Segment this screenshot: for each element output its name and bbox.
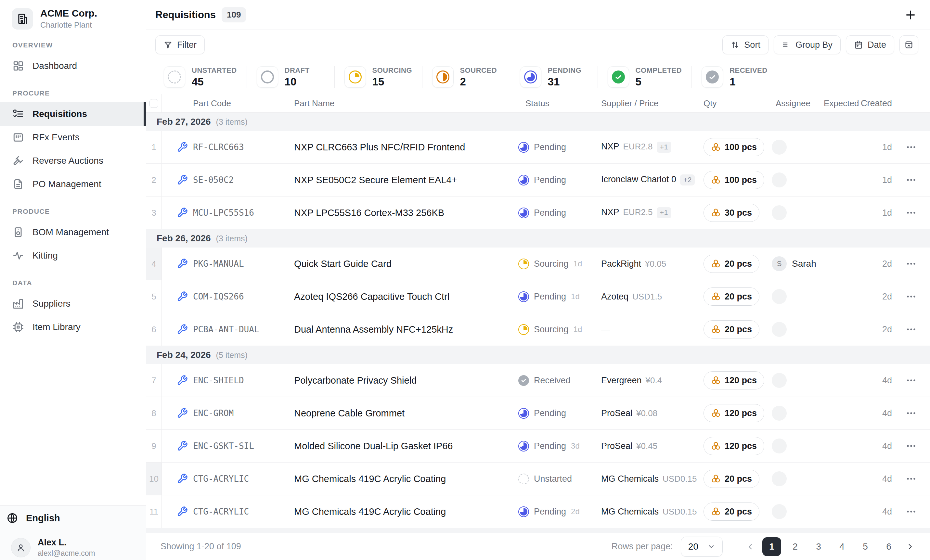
row-menu-button[interactable] (892, 207, 930, 218)
add-requisition-button[interactable] (904, 8, 917, 22)
group-by-button[interactable]: Group By (774, 35, 841, 54)
units-icon (711, 474, 721, 484)
sidebar-item-dashboard[interactable]: Dashboard (0, 54, 146, 78)
prev-page-button[interactable] (744, 537, 758, 556)
sidebar-item-suppliers[interactable]: Suppliers (0, 292, 146, 315)
summary-sourcing-icon-box (345, 66, 366, 88)
select-all-checkbox[interactable] (149, 99, 158, 108)
row-menu-button[interactable] (892, 473, 930, 484)
created-cell: 4d (858, 507, 892, 517)
user-menu[interactable]: Alex L. alexl@acme.com (11, 538, 139, 558)
summary-sourced[interactable]: SOURCED 2 (432, 66, 510, 88)
table-row[interactable]: 3 MCU-LPC55S16 NXP LPC55S16 Cortex-M33 2… (146, 197, 930, 229)
sidebar-item-po-management[interactable]: PO Management (0, 172, 146, 196)
language-selector[interactable]: English (6, 511, 139, 525)
status-age: 1d (574, 259, 582, 268)
globe-icon (6, 512, 18, 524)
summary-sourcing[interactable]: SOURCING 15 (345, 66, 422, 88)
view-options-button[interactable] (899, 35, 918, 54)
row-menu-button[interactable] (892, 174, 930, 186)
table-row[interactable]: 7 ENC-SHIELD Polycarbonate Privacy Shiel… (146, 364, 930, 397)
sidebar-item-kitting[interactable]: Kitting (0, 244, 146, 267)
filter-button[interactable]: Filter (156, 35, 205, 54)
status-label: Sourcing (534, 259, 569, 269)
row-menu-button[interactable] (892, 291, 930, 302)
row-menu-button[interactable] (892, 142, 930, 153)
part-name: NXP CLRC663 Plus NFC/RFID Frontend (294, 142, 465, 152)
summary-unstarted[interactable]: UNSTARTED 45 (164, 66, 247, 88)
table-row[interactable]: 1 RF-CLRC663 NXP CLRC663 Plus NFC/RFID F… (146, 131, 930, 164)
sidebar-item-requisitions[interactable]: Requisitions (0, 102, 146, 126)
rows-per-page-select[interactable]: 20 (681, 537, 723, 557)
wrench-icon (177, 506, 188, 517)
row-number: 2 (146, 164, 162, 196)
summary-draft[interactable]: DRAFT 10 (257, 66, 335, 88)
table-row[interactable]: 2 SE-050C2 NXP SE050C2 Secure Element EA… (146, 164, 930, 197)
units-icon (711, 142, 721, 152)
part-name: MG Chemicals 419C Acrylic Coating (294, 506, 446, 517)
qty-value: 120 pcs (725, 375, 757, 386)
chevron-down-icon (707, 543, 715, 551)
group-count: (5 items) (216, 351, 248, 360)
part-name: NXP SE050C2 Secure Element EAL4+ (294, 175, 457, 185)
row-menu-button[interactable] (892, 375, 930, 386)
page-button-4[interactable]: 4 (833, 537, 851, 556)
wrench-icon (177, 324, 188, 335)
part-code: PCBA-ANT-DUAL (193, 325, 259, 334)
page-button-6[interactable]: 6 (879, 537, 898, 556)
row-menu-button[interactable] (892, 408, 930, 419)
sidebar-item-label: PO Management (32, 179, 102, 189)
row-menu-button[interactable] (892, 440, 930, 451)
table-row[interactable]: 11 CTG-ACRYLIC MG Chemicals 419C Acrylic… (146, 495, 930, 528)
summary-value: 15 (373, 76, 413, 88)
count-badge: 109 (222, 7, 246, 22)
part-code: RF-CLRC663 (193, 142, 244, 152)
units-icon (711, 408, 721, 418)
row-number: 3 (146, 197, 162, 229)
next-page-button[interactable] (903, 537, 917, 556)
status-sourcing-icon (518, 258, 529, 269)
created-cell: 1d (858, 142, 892, 152)
user-email: alexl@acme.com (38, 549, 95, 558)
row-number: 7 (146, 364, 162, 397)
status-sourced-icon (436, 71, 450, 83)
row-menu-button[interactable] (892, 258, 930, 269)
summary-draft-icon-box (257, 66, 278, 88)
sidebar-item-item-library[interactable]: Item Library (0, 315, 146, 339)
qty-pill: 20 pcs (704, 255, 759, 273)
part-name: Polycarbonate Privacy Shield (294, 375, 417, 386)
table-row[interactable]: 9 ENC-GSKT-SIL Molded Silicone Dual-Lip … (146, 430, 930, 463)
status-unstarted-icon (518, 474, 529, 484)
sort-button[interactable]: Sort (722, 35, 768, 54)
sort-label: Sort (744, 40, 761, 50)
table-row[interactable]: 5 COM-IQS266 Azoteq IQS266 Capacitive To… (146, 280, 930, 313)
sidebar-item-bom-management[interactable]: BOM Management (0, 220, 146, 244)
summary-pending[interactable]: PENDING 31 (520, 66, 598, 88)
summary-received[interactable]: RECEIVED 1 (702, 66, 779, 88)
page-button-1[interactable]: 1 (762, 537, 781, 556)
summary-completed[interactable]: COMPLETED 5 (608, 66, 692, 88)
col-assignee: Assignee (772, 98, 821, 109)
wrench-icon (177, 174, 188, 186)
sidebar-item-rfx-events[interactable]: RFx Events (0, 126, 146, 149)
created-cell: 2d (858, 259, 892, 269)
showing-label: Showing 1-20 of 109 (160, 542, 241, 552)
org-switcher[interactable]: ACME Corp. Charlotte Plant (0, 0, 146, 29)
activity-icon (12, 250, 24, 262)
table-row[interactable]: 4 PKG-MANUAL Quick Start Guide Card Sour… (146, 248, 930, 280)
row-menu-button[interactable] (892, 324, 930, 335)
status-label: Pending (534, 208, 566, 218)
page-button-5[interactable]: 5 (856, 537, 875, 556)
assignee-avatar-empty (772, 438, 787, 454)
date-button[interactable]: Date (846, 35, 894, 54)
table-row[interactable]: 6 PCBA-ANT-DUAL Dual Antenna Assembly NF… (146, 313, 930, 346)
table-row[interactable]: 10 CTG-ACRYLIC MG Chemicals 419C Acrylic… (146, 463, 930, 495)
row-menu-button[interactable] (892, 506, 930, 517)
part-code: CTG-ACRYLIC (193, 474, 249, 484)
summary-value: 2 (460, 76, 497, 88)
page-button-3[interactable]: 3 (809, 537, 828, 556)
page-button-2[interactable]: 2 (786, 537, 805, 556)
sidebar-item-reverse-auctions[interactable]: Reverse Auctions (0, 149, 146, 172)
part-name: Neoprene Cable Grommet (294, 408, 405, 418)
table-row[interactable]: 8 ENC-GROM Neoprene Cable Grommet Pendin… (146, 397, 930, 430)
